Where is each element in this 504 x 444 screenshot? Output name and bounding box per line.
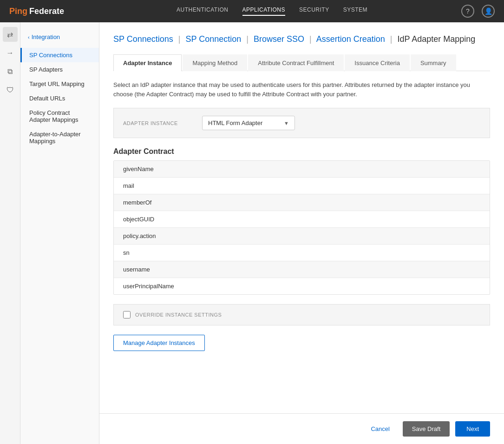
breadcrumb-sep-3: | (309, 34, 312, 44)
sidebar-icon-login[interactable]: → (3, 46, 18, 60)
next-button[interactable]: Next (455, 421, 490, 437)
nav-security[interactable]: SECURITY (299, 7, 329, 16)
adapter-contract-title: Adapter Contract (113, 147, 490, 156)
contract-item-5: sn (114, 245, 490, 261)
breadcrumb-assertion-creation[interactable]: Assertion Creation (316, 34, 385, 44)
sidebar-item-sp-adapters[interactable]: SP Adapters (20, 62, 99, 77)
cancel-button[interactable]: Cancel (363, 421, 397, 437)
sidebar-item-default-urls[interactable]: Default URLs (20, 91, 99, 106)
sidebar-item-policy-contract[interactable]: Policy Contract Adapter Mappings (20, 106, 99, 127)
help-icon[interactable]: ? (461, 5, 474, 18)
nav-authentication[interactable]: AUTHENTICATION (177, 7, 228, 16)
layout: ⇄ → ⧉ 🛡 ‹ Integration SP Connections SP … (0, 22, 504, 444)
contract-item-4: policy.action (114, 228, 490, 245)
icon-sidebar: ⇄ → ⧉ 🛡 (0, 22, 20, 444)
logo-federate: Federate (29, 7, 64, 16)
override-checkbox[interactable] (123, 311, 131, 318)
breadcrumb-idp-adapter: IdP Adapter Mapping (398, 34, 476, 44)
contract-item-1: mail (114, 178, 490, 194)
sidebar-icon-connections[interactable]: ⇄ (3, 27, 18, 42)
sidebar-item-target-url[interactable]: Target URL Mapping (20, 77, 99, 91)
breadcrumb-browser-sso[interactable]: Browser SSO (254, 34, 304, 44)
description-text: Select an IdP adapter instance that may … (113, 80, 490, 99)
sidebar-item-adapter-mappings[interactable]: Adapter-to-Adapter Mappings (20, 127, 99, 148)
adapter-instance-row: ADAPTER INSTANCE HTML Form Adapter ▼ (113, 108, 490, 138)
override-label: OVERRIDE INSTANCE SETTINGS (135, 312, 222, 318)
tab-adapter-instance[interactable]: Adapter Instance (113, 54, 182, 71)
save-draft-button[interactable]: Save Draft (403, 421, 450, 437)
contract-item-6: username (114, 261, 490, 278)
nav-system[interactable]: SYSTEM (343, 7, 367, 16)
nav-links: AUTHENTICATION APPLICATIONS SECURITY SYS… (83, 7, 461, 16)
tab-summary[interactable]: Summary (411, 54, 456, 71)
breadcrumb: SP Connections | SP Connection | Browser… (113, 33, 490, 45)
contract-item-0: givenName (114, 161, 490, 178)
contract-item-7: userPrincipalName (114, 278, 490, 294)
nav-icons: ? 👤 (461, 5, 495, 18)
nav-sidebar: ‹ Integration SP Connections SP Adapters… (20, 22, 99, 444)
adapter-instance-select[interactable]: HTML Form Adapter ▼ (202, 116, 295, 130)
sidebar-icon-shield[interactable]: 🛡 (3, 83, 18, 98)
nav-applications[interactable]: APPLICATIONS (242, 7, 285, 16)
tab-mapping-method[interactable]: Mapping Method (183, 54, 247, 71)
breadcrumb-sp-connection[interactable]: SP Connection (185, 34, 241, 44)
adapter-select-chevron-icon: ▼ (284, 120, 289, 126)
breadcrumb-sep-2: | (246, 34, 249, 44)
back-link[interactable]: ‹ Integration (20, 30, 99, 44)
back-label: Integration (32, 33, 60, 40)
logo: PingFederate (9, 7, 64, 16)
top-nav: PingFederate AUTHENTICATION APPLICATIONS… (0, 0, 504, 22)
contract-list: givenName mail memberOf objectGUID polic… (113, 160, 490, 295)
main-content: SP Connections | SP Connection | Browser… (99, 22, 504, 444)
tabs: Adapter Instance Mapping Method Attribut… (113, 54, 490, 71)
back-chevron-icon: ‹ (28, 34, 30, 40)
override-row: OVERRIDE INSTANCE SETTINGS (113, 304, 490, 325)
contract-item-3: objectGUID (114, 211, 490, 228)
manage-adapter-instances-button[interactable]: Manage Adapter Instances (113, 335, 205, 351)
breadcrumb-sep-1: | (178, 34, 181, 44)
sidebar-item-sp-connections[interactable]: SP Connections (20, 48, 99, 62)
breadcrumb-sp-connections[interactable]: SP Connections (113, 34, 173, 44)
adapter-instance-value: HTML Form Adapter (208, 119, 262, 126)
breadcrumb-sep-4: | (390, 34, 393, 44)
logo-ping: Ping (9, 7, 27, 16)
adapter-instance-label: ADAPTER INSTANCE (123, 120, 188, 126)
footer-bar: Cancel Save Draft Next (99, 413, 504, 444)
user-icon[interactable]: 👤 (482, 5, 495, 18)
tab-issuance-criteria[interactable]: Issuance Criteria (345, 54, 410, 71)
contract-item-2: memberOf (114, 194, 490, 211)
tab-attribute-contract[interactable]: Attribute Contract Fulfillment (248, 54, 344, 71)
sidebar-icon-adapters[interactable]: ⧉ (3, 64, 18, 79)
